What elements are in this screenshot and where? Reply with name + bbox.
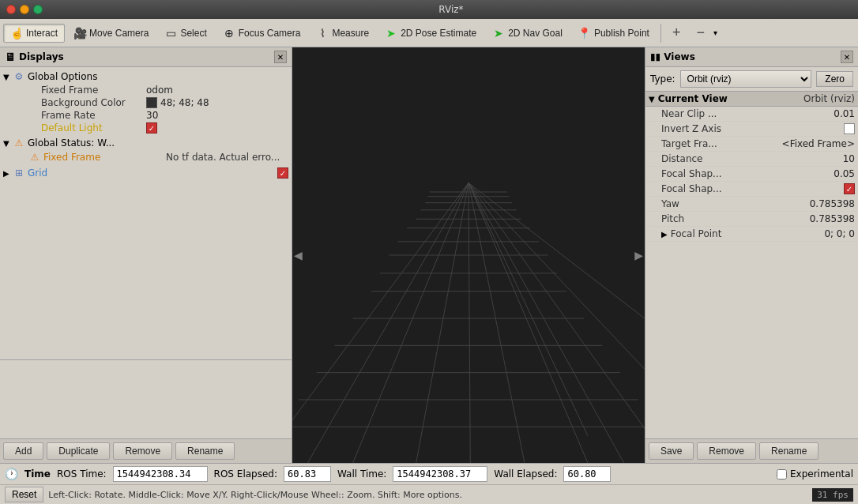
time-bar: 🕐 Time ROS Time: ROS Elapsed: Wall Time:… — [0, 464, 858, 485]
views-type-select[interactable]: Orbit (rviz) — [680, 70, 812, 88]
ros-time-label: ROS Time: — [57, 468, 107, 480]
pitch-row[interactable]: Pitch 0.785398 — [645, 212, 858, 227]
viewport-left-arrow[interactable]: ◀ — [294, 249, 303, 261]
add-toolbar-button[interactable]: + — [665, 21, 688, 44]
target-frame-value[interactable]: <Fixed Frame> — [782, 138, 855, 149]
focus-camera-icon: ⊕ — [223, 27, 235, 39]
grid-arrow[interactable]: ▶ — [3, 169, 13, 178]
frame-rate-value[interactable]: 30 — [146, 110, 158, 121]
fixed-frame-error-text: No tf data. Actual erro... — [166, 152, 288, 163]
window-title: RViz* — [51, 4, 852, 15]
viewport-right-arrow[interactable]: ▶ — [634, 249, 643, 261]
remove-button[interactable]: Remove — [113, 442, 172, 460]
fixed-frame-name: Fixed Frame — [0, 85, 146, 96]
experimental-label: Experimental — [790, 468, 853, 480]
views-close-button[interactable]: ✕ — [841, 51, 853, 63]
warning-icon-ff: ⚠ — [28, 151, 41, 164]
rename-button[interactable]: Rename — [175, 442, 235, 460]
move-camera-label: Move Camera — [89, 28, 149, 39]
global-options-arrow[interactable]: ▼ — [3, 73, 13, 81]
focal-point-arrow[interactable]: ▶ — [661, 230, 668, 239]
nav-goal-icon: ➤ — [492, 27, 505, 39]
invert-z-row[interactable]: Invert Z Axis — [645, 122, 858, 137]
select-label: Select — [180, 28, 206, 39]
views-save-button[interactable]: Save — [649, 442, 694, 460]
select-icon: ▭ — [164, 27, 177, 39]
global-status-row[interactable]: ▼ ⚠ Global Status: W... — [0, 136, 292, 150]
publish-point-button[interactable]: 📍 Publish Point — [571, 24, 657, 43]
invert-z-checkbox[interactable] — [844, 123, 855, 134]
near-clip-row[interactable]: Near Clip ... 0.01 — [645, 107, 858, 122]
focal-shape2-row[interactable]: Focal Shap... ✓ — [645, 182, 858, 197]
focus-camera-button[interactable]: ⊕ Focus Camera — [216, 24, 308, 43]
views-tree: ▼ Current View Orbit (rviz) Near Clip ..… — [645, 92, 858, 438]
hints-bar: Reset Left-Click: Rotate. Middle-Click: … — [0, 485, 858, 504]
wall-elapsed-field[interactable] — [563, 466, 611, 482]
measure-button[interactable]: ⌇ Measure — [309, 24, 376, 43]
main-content: 🖥 Displays ✕ ▼ ⚙ Global Options Fixed Fr… — [0, 47, 858, 463]
focal-shape1-row[interactable]: Focal Shap... 0.05 — [645, 167, 858, 182]
grid-item: ▶ ⊞ Grid ✓ — [0, 165, 292, 181]
focal-point-value[interactable]: 0; 0; 0 — [824, 228, 855, 239]
interact-button[interactable]: ☝ Interact — [3, 24, 65, 43]
views-buttons: Save Remove Rename — [645, 438, 858, 463]
current-view-header[interactable]: ▼ Current View Orbit (rviz) — [645, 92, 858, 107]
views-zero-button[interactable]: Zero — [816, 71, 853, 87]
distance-value[interactable]: 10 — [843, 153, 855, 164]
experimental-checkbox[interactable] — [777, 469, 787, 480]
global-options-row[interactable]: ▼ ⚙ Global Options — [0, 70, 292, 84]
grid-checkbox-icon: ✓ — [277, 167, 288, 179]
default-light-value[interactable]: ✓ — [146, 122, 157, 134]
nav-goal-button[interactable]: ➤ 2D Nav Goal — [485, 24, 570, 43]
yaw-label: Yaw — [661, 198, 810, 209]
remove-toolbar-button[interactable]: − — [689, 21, 712, 44]
yaw-value[interactable]: 0.785398 — [810, 198, 855, 209]
reset-button[interactable]: Reset — [5, 487, 43, 502]
target-frame-row[interactable]: Target Fra... <Fixed Frame> — [645, 137, 858, 152]
close-button[interactable] — [6, 5, 16, 14]
minimize-button[interactable] — [20, 5, 29, 14]
yaw-row[interactable]: Yaw 0.785398 — [645, 197, 858, 212]
fixed-frame-value[interactable]: odom — [146, 85, 173, 96]
displays-header: 🖥 Displays ✕ — [0, 47, 292, 67]
near-clip-label: Near Clip ... — [661, 108, 834, 119]
ros-time-field[interactable] — [113, 466, 208, 482]
focal-shape2-value[interactable]: ✓ — [844, 183, 855, 194]
frame-rate-name: Frame Rate — [0, 110, 146, 121]
grid-row[interactable]: ▶ ⊞ Grid ✓ — [0, 166, 292, 180]
displays-close-button[interactable]: ✕ — [274, 51, 287, 63]
wall-time-field[interactable] — [393, 466, 487, 482]
toolbar-separator-1 — [660, 24, 661, 43]
move-camera-button[interactable]: 🎥 Move Camera — [66, 24, 156, 43]
displays-buttons: Add Duplicate Remove Rename — [0, 438, 292, 463]
hints-text: Left-Click: Rotate. Middle-Click: Move X… — [48, 490, 462, 500]
views-rename-button[interactable]: Rename — [759, 442, 818, 460]
distance-row[interactable]: Distance 10 — [645, 152, 858, 167]
bg-color-value[interactable]: 48; 48; 48 — [146, 97, 209, 108]
focal-point-row[interactable]: ▶ Focal Point 0; 0; 0 — [645, 227, 858, 242]
pitch-value[interactable]: 0.785398 — [810, 213, 855, 224]
grid-checkbox-value[interactable]: ✓ — [277, 167, 288, 179]
pose-estimate-button[interactable]: ➤ 2D Pose Estimate — [378, 24, 484, 43]
fps-badge: 31 fps — [812, 488, 853, 502]
near-clip-value[interactable]: 0.01 — [834, 108, 855, 119]
displays-title: Displays — [19, 51, 64, 62]
focal-shape1-label: Focal Shap... — [661, 168, 834, 179]
viewport[interactable]: ◀ ▶ — [292, 47, 645, 463]
toolbar-arrow: ▾ — [713, 28, 717, 37]
fixed-frame-status-row[interactable]: ⚠ Fixed Frame No tf data. Actual erro... — [0, 150, 292, 164]
clock-icon: 🕐 — [5, 468, 18, 480]
views-remove-button[interactable]: Remove — [697, 442, 756, 460]
select-button[interactable]: ▭ Select — [157, 24, 213, 43]
add-button[interactable]: Add — [3, 442, 43, 460]
plus-icon: + — [672, 24, 681, 41]
duplicate-button[interactable]: Duplicate — [47, 442, 110, 460]
ros-elapsed-field[interactable] — [284, 466, 331, 482]
frame-rate-property: Frame Rate 30 — [0, 109, 292, 122]
views-title: Views — [664, 51, 695, 62]
maximize-button[interactable] — [33, 5, 43, 14]
experimental-row: Experimental — [777, 468, 853, 480]
current-view-arrow: ▼ — [649, 95, 655, 103]
global-status-arrow[interactable]: ▼ — [3, 139, 13, 148]
focal-shape1-value[interactable]: 0.05 — [834, 168, 855, 179]
